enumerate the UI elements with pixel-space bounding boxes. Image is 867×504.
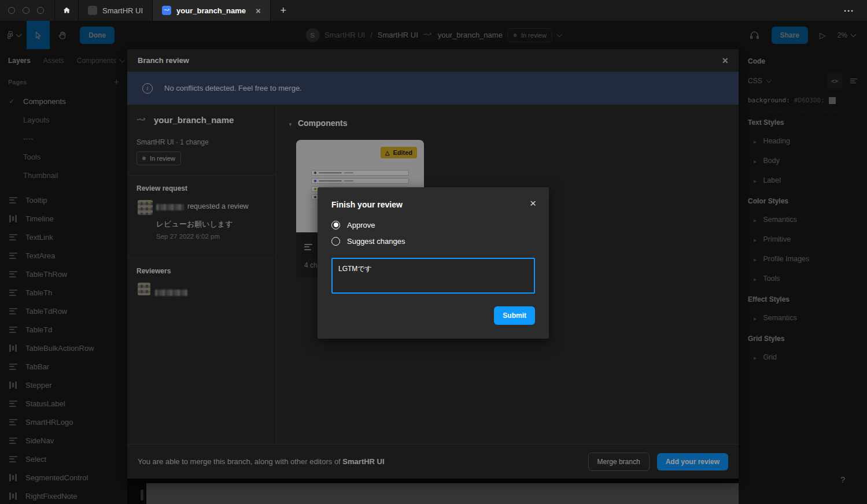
home-icon <box>62 6 71 15</box>
finish-review-dialog: Finish your review Approve Suggest chang… <box>318 187 549 339</box>
radio-icon[interactable] <box>331 237 340 246</box>
window-tab-bar: SmartHR UI your_branch_name <box>0 0 867 21</box>
home-button[interactable] <box>55 0 79 21</box>
tab-smarthr-ui-file[interactable]: SmartHR UI <box>79 0 152 21</box>
close-window-button[interactable] <box>8 7 15 14</box>
zoom-window-button[interactable] <box>37 7 44 14</box>
window-controls <box>0 0 55 21</box>
submit-button[interactable]: Submit <box>494 306 535 325</box>
radio-option[interactable]: Approve <box>331 220 405 229</box>
close-tab-icon[interactable] <box>256 6 261 15</box>
branch-icon <box>162 6 171 15</box>
radio-label: Approve <box>347 221 375 229</box>
close-icon[interactable] <box>530 198 536 209</box>
review-comment-input[interactable]: LGTMです <box>331 258 535 294</box>
branch-tab-label: your_branch_name <box>176 6 246 15</box>
figma-app-window: SmartHR UI your_branch_name <box>0 0 867 504</box>
minimize-window-button[interactable] <box>23 7 29 14</box>
radio-icon[interactable] <box>331 221 340 229</box>
radio-label: Suggest changes <box>347 237 405 246</box>
review-options: Approve Suggest changes <box>331 220 405 246</box>
dialog-title: Finish your review <box>331 200 403 209</box>
more-menu-icon[interactable] <box>831 0 867 21</box>
file-tab-label: SmartHR UI <box>102 6 143 15</box>
file-thumbnail-icon <box>88 6 97 15</box>
new-tab-button[interactable] <box>271 0 296 21</box>
radio-option[interactable]: Suggest changes <box>331 236 405 246</box>
tab-branch-active[interactable]: your_branch_name <box>152 0 271 21</box>
